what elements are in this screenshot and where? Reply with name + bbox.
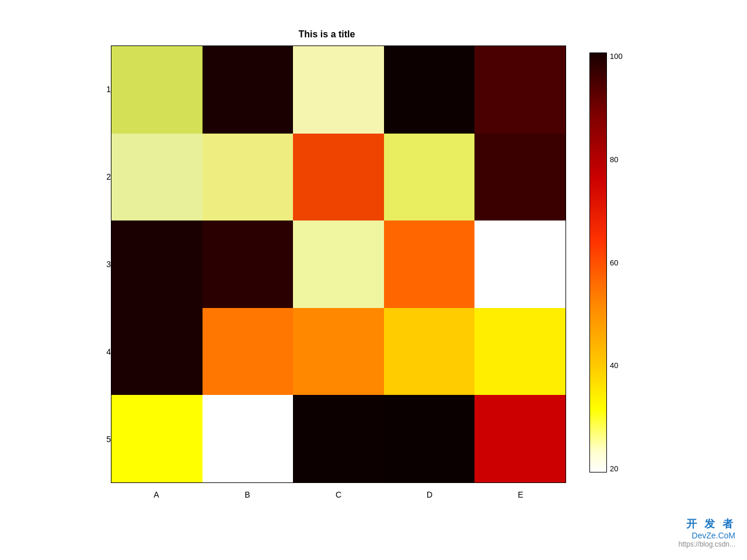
heatmap-cell (474, 220, 566, 308)
watermark-chinese: 开 发 者 (679, 517, 735, 531)
heatmap-area: ABCDE (111, 46, 566, 506)
heatmap-cell (203, 134, 294, 221)
y-axis-label: 4 (106, 347, 111, 356)
y-axis-label: 2 (106, 172, 111, 181)
x-axis-label: A (111, 490, 202, 499)
y-axis-label: 1 (106, 85, 111, 94)
heatmap-cell (111, 46, 203, 134)
heatmap-cell (293, 46, 384, 134)
heatmap-cell (293, 308, 384, 396)
y-axis: 12345 (88, 46, 111, 506)
watermark: 开 发 者 DevZe.CoM https://blog.csdn... (679, 517, 735, 548)
x-axis-label: E (475, 490, 566, 499)
heatmap-cell (384, 46, 475, 134)
x-axis-label: B (202, 490, 293, 499)
heatmap-cell (384, 134, 475, 221)
watermark-url: https://blog.csdn... (679, 540, 735, 548)
heatmap-cell (474, 395, 566, 482)
heatmap-cell (293, 395, 384, 482)
chart-title: This is a title (88, 29, 566, 40)
heatmap-grid (111, 46, 566, 483)
heatmap-cell (384, 395, 475, 482)
heatmap-cell (203, 220, 294, 308)
colorbar-tick: 80 (610, 156, 623, 163)
colorbar-tick: 20 (610, 465, 623, 473)
chart-container: This is a title 12345 ABCDE (88, 29, 566, 508)
x-axis-label: C (293, 490, 384, 499)
heatmap-cell (293, 134, 384, 221)
heatmap-cell (384, 220, 475, 308)
colorbar: 10080604020 (589, 52, 624, 473)
heatmap-cell (111, 308, 203, 396)
heatmap-cell (203, 308, 294, 396)
y-axis-label: 3 (106, 260, 111, 269)
heatmap-cell (203, 46, 294, 134)
colorbar-gradient (589, 52, 607, 473)
x-axis-label: D (384, 490, 475, 499)
colorbar-tick: 60 (610, 259, 623, 267)
colorbar-tick: 100 (610, 52, 623, 60)
watermark-english: DevZe.CoM (679, 531, 735, 540)
colorbar-ticks: 10080604020 (607, 52, 623, 473)
heatmap-cell (474, 134, 566, 221)
y-axis-label: 5 (106, 435, 111, 444)
heatmap-cell (474, 46, 566, 134)
heatmap-cell (474, 308, 566, 396)
heatmap-cell (203, 395, 294, 482)
heatmap-cell (384, 308, 475, 396)
heatmap-cell (111, 220, 203, 308)
colorbar-tick: 40 (610, 362, 623, 369)
heatmap-cell (293, 220, 384, 308)
heatmap-cell (111, 134, 203, 221)
x-axis: ABCDE (111, 483, 566, 506)
heatmap-cell (111, 395, 203, 482)
